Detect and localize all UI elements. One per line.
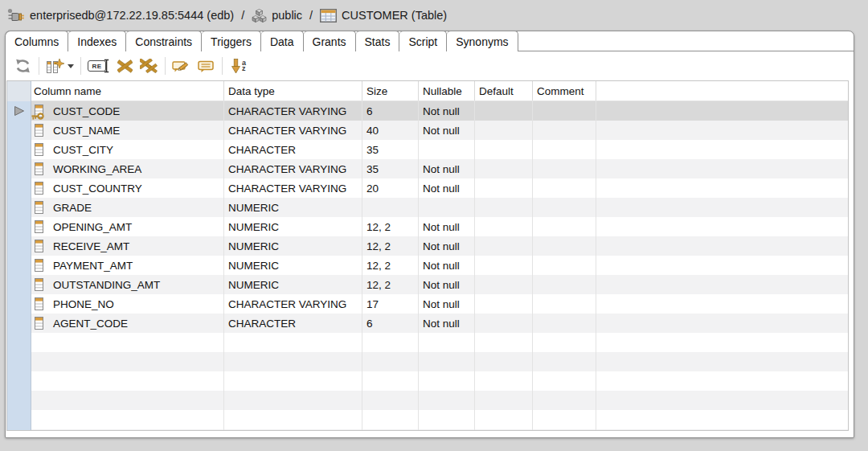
table-row[interactable]: OUTSTANDING_AMT NUMERIC 12, 2 Not null	[31, 275, 848, 294]
edit-comment-button[interactable]	[170, 55, 194, 77]
add-column-icon	[46, 59, 64, 74]
tab-label: Grants	[313, 35, 346, 48]
nullable-cell: Not null	[419, 101, 475, 121]
table-row[interactable]: CUST_NAME CHARACTER VARYING 40 Not null	[31, 121, 848, 140]
empty-row	[31, 333, 848, 352]
filler-cell	[596, 314, 848, 333]
breadcrumb-schema[interactable]: public	[252, 9, 302, 23]
data-type-cell: CHARACTER VARYING	[224, 101, 362, 121]
table-row[interactable]: CUST_CITY CHARACTER 35	[31, 140, 848, 159]
selected-row-indicator	[14, 105, 25, 117]
filler-cell	[596, 217, 848, 236]
data-type-cell: CHARACTER VARYING	[224, 178, 362, 198]
size-cell: 35	[362, 159, 419, 178]
data-type-cell: NUMERIC	[224, 275, 362, 294]
grid-header-cell[interactable]: Column name	[31, 81, 224, 100]
primary-key-icon	[31, 112, 44, 121]
tab-label: Stats	[365, 35, 391, 48]
size-cell: 17	[362, 294, 419, 314]
default-cell	[475, 159, 533, 178]
nullable-cell	[419, 140, 475, 159]
nullable-cell: Not null	[419, 178, 475, 198]
default-cell	[475, 121, 533, 140]
nullable-cell: Not null	[419, 256, 475, 275]
table-row[interactable]: PHONE_NO CHARACTER VARYING 17 Not null	[31, 294, 848, 314]
table-row[interactable]: CUST_COUNTRY CHARACTER VARYING 20 Not nu…	[31, 178, 848, 198]
column-name: CUST_CODE	[53, 105, 120, 117]
database-connection-icon	[7, 8, 25, 23]
table-row[interactable]: AGENT_CODE CHARACTER 6 Not null	[31, 314, 848, 333]
column-name-cell: PHONE_NO	[31, 294, 224, 314]
filler-cell	[596, 140, 848, 159]
nullable-cell: Not null	[419, 275, 475, 294]
filler-cell	[596, 236, 848, 256]
data-type-cell: NUMERIC	[224, 256, 362, 275]
default-cell	[475, 314, 533, 333]
gutter-header-cell	[7, 81, 31, 101]
text-cursor-icon	[103, 59, 110, 73]
column-icon	[35, 317, 43, 330]
comment-icon	[198, 59, 215, 73]
tab[interactable]: Triggers	[202, 31, 261, 51]
nullable-cell: Not null	[419, 159, 475, 178]
tab[interactable]: Synonyms	[447, 31, 518, 51]
add-column-button[interactable]	[43, 55, 76, 77]
comment-cell	[533, 198, 596, 217]
grid-header-cell[interactable]: Nullable	[419, 81, 475, 100]
data-type-cell: CHARACTER VARYING	[224, 294, 362, 314]
table-row[interactable]: GRADE NUMERIC	[31, 198, 848, 217]
data-type-cell: CHARACTER	[224, 140, 362, 159]
breadcrumb-connection[interactable]: enterprisedb@172.22.19.85:5444 (edb)	[7, 8, 234, 23]
refresh-button[interactable]	[10, 55, 35, 77]
schema-label: public	[272, 9, 302, 22]
grid-header-cell[interactable]: Default	[475, 81, 533, 100]
nullable-cell: Not null	[419, 121, 475, 140]
sort-button[interactable]: a z	[227, 55, 251, 77]
tab[interactable]: Columns	[5, 31, 68, 51]
table-row[interactable]: CUST_CODE CHARACTER VARYING 6 Not null	[31, 101, 848, 121]
table-label: CUSTOMER (Table)	[342, 9, 447, 22]
breadcrumb-table[interactable]: CUSTOMER (Table)	[320, 9, 447, 23]
tab-bar: Columns Indexes Constraints Triggers Dat…	[6, 31, 854, 51]
grid-body: CUST_CODE CHARACTER VARYING 6 Not null C…	[31, 101, 848, 431]
rename-button[interactable]: RE	[85, 55, 113, 77]
column-name: PAYMENT_AMT	[53, 260, 133, 272]
table-row[interactable]: WORKING_AREA CHARACTER VARYING 35 Not nu…	[31, 159, 848, 178]
nullable-cell: Not null	[419, 314, 475, 333]
filler-cell	[596, 159, 848, 178]
table-row[interactable]: PAYMENT_AMT NUMERIC 12, 2 Not null	[31, 256, 848, 275]
tab[interactable]: Stats	[356, 31, 400, 51]
table-row[interactable]: RECEIVE_AMT NUMERIC 12, 2 Not null	[31, 236, 848, 256]
table-icon	[320, 9, 337, 23]
toolbar-separator	[39, 57, 39, 75]
toolbar: RE	[6, 51, 854, 80]
delete-column-button[interactable]	[113, 55, 137, 77]
column-name: RECEIVE_AMT	[53, 240, 129, 252]
empty-row	[31, 429, 848, 431]
comment-button[interactable]	[194, 55, 218, 77]
column-name: GRADE	[53, 202, 92, 214]
column-name: CUST_COUNTRY	[53, 182, 142, 195]
tab[interactable]: Indexes	[68, 31, 126, 51]
column-icon	[35, 220, 43, 233]
column-icon	[35, 297, 43, 310]
column-name-cell: PAYMENT_AMT	[31, 256, 224, 275]
column-icon	[35, 278, 43, 291]
grid-header-cell[interactable]: Data type	[224, 81, 362, 100]
grid-header-cell[interactable]: Comment	[533, 81, 596, 100]
column-name-cell: OUTSTANDING_AMT	[31, 275, 224, 294]
toolbar-separator	[165, 57, 166, 75]
grid-header-cell[interactable]: Size	[362, 81, 419, 100]
default-cell	[475, 275, 533, 294]
comment-cell	[533, 236, 596, 256]
tab[interactable]: Grants	[304, 31, 356, 51]
delete-cascade-button[interactable]	[137, 55, 161, 77]
default-cell	[475, 101, 533, 121]
tab[interactable]: Script	[399, 31, 447, 51]
tab-label: Indexes	[77, 35, 117, 48]
table-row[interactable]: OPENING_AMT NUMERIC 12, 2 Not null	[31, 217, 848, 236]
data-type-cell: NUMERIC	[224, 198, 362, 217]
tab[interactable]: Data	[261, 31, 304, 51]
size-cell: 12, 2	[362, 256, 419, 275]
tab[interactable]: Constraints	[126, 31, 202, 51]
